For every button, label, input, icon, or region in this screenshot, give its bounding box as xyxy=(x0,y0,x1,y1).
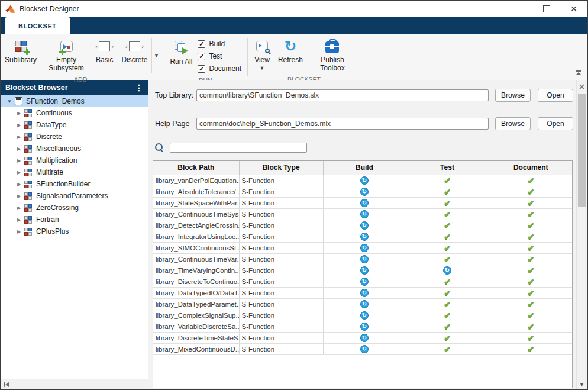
view-button[interactable]: View ▼ xyxy=(250,37,274,73)
block-path-cell: library_DiscreteTimeStateS... xyxy=(153,332,239,343)
pass-check-icon xyxy=(527,187,534,196)
table-row[interactable]: library_AbsoluteTolerance/...S-Function xyxy=(153,186,573,197)
document-status-cell xyxy=(489,332,573,343)
block-path-cell: library_ContinuousTimeSys... xyxy=(153,208,239,220)
scroll-down-icon[interactable] xyxy=(577,382,587,388)
caret-right-icon[interactable] xyxy=(15,205,23,211)
caret-right-icon[interactable] xyxy=(15,111,23,116)
build-status-cell xyxy=(323,253,406,265)
ribbon-tab-strip: BLOCKSET xyxy=(1,17,587,34)
tree-item-multiplication[interactable]: Multiplication xyxy=(1,154,148,166)
table-row[interactable]: library_MixedContinuousD...S-Function xyxy=(153,343,573,354)
tree-item-discrete[interactable]: Discrete xyxy=(1,131,148,143)
table-row[interactable]: library_DataTypedParamet...S-Function xyxy=(153,298,573,310)
discrete-block-button[interactable]: Discrete xyxy=(117,37,151,66)
help-page-input[interactable] xyxy=(196,118,489,130)
build-checkbox[interactable]: Build xyxy=(198,40,241,48)
tree-item-sfunctionbuilder[interactable]: SFunctionBuilder xyxy=(1,178,148,190)
library-icon xyxy=(15,97,22,105)
block-status-table: Block Path Block Type Build Test Documen… xyxy=(153,161,573,355)
help-page-open-button[interactable]: Open xyxy=(538,117,573,130)
caret-right-icon[interactable] xyxy=(15,158,23,163)
column-header-build[interactable]: Build xyxy=(323,161,406,175)
caret-right-icon[interactable] xyxy=(15,146,23,152)
tree-item-miscellaneous[interactable]: Miscellaneous xyxy=(1,143,148,154)
test-checkbox[interactable]: Test xyxy=(198,52,241,60)
add-gallery-dropdown[interactable]: ▼ xyxy=(151,38,160,73)
run-all-button[interactable]: Run All xyxy=(166,37,196,68)
block-path-cell: library_TimeVaryingContin... xyxy=(153,265,239,276)
document-checkbox[interactable]: Document xyxy=(198,65,241,73)
search-row xyxy=(155,142,573,153)
table-row[interactable]: library_ContinuousTimeSys...S-Function xyxy=(153,208,573,220)
top-library-input[interactable] xyxy=(196,89,489,101)
block-type-cell: S-Function xyxy=(239,343,323,354)
caret-right-icon[interactable] xyxy=(15,229,23,234)
tree-item-root[interactable]: SFunction_Demos xyxy=(1,95,148,107)
scroll-left-icon[interactable] xyxy=(4,382,9,387)
tree-item-cplusplus[interactable]: CPlusPlus xyxy=(1,225,148,237)
pass-check-icon xyxy=(527,299,534,309)
pass-check-icon xyxy=(444,232,451,241)
close-button[interactable] xyxy=(560,1,587,17)
panel-close-icon[interactable] xyxy=(577,82,587,92)
column-header-block-type[interactable]: Block Type xyxy=(239,161,323,175)
tab-blockset[interactable]: BLOCKSET xyxy=(5,17,70,34)
build-status-cell xyxy=(323,220,406,231)
caret-right-icon[interactable] xyxy=(15,123,23,128)
table-row[interactable]: library_StateSpaceWithPar...S-Function xyxy=(153,197,573,208)
maximize-button[interactable] xyxy=(533,1,560,17)
table-row[interactable]: library_vanDerPolEquation...S-Function xyxy=(153,175,573,186)
column-header-document[interactable]: Document xyxy=(489,161,573,175)
caret-down-icon[interactable] xyxy=(5,99,14,104)
sidebar-horizontal-scrollbar[interactable] xyxy=(1,379,148,389)
tree-item-multirate[interactable]: Multirate xyxy=(1,166,148,178)
build-status-cell xyxy=(323,265,406,276)
build-status-cell xyxy=(323,287,406,298)
search-input[interactable] xyxy=(170,143,307,153)
caret-right-icon[interactable] xyxy=(15,170,23,175)
scrollbar-thumb[interactable] xyxy=(578,94,586,207)
build-status-cell xyxy=(323,197,406,208)
table-row[interactable]: library_SIMOContinuousSt...S-Function xyxy=(153,242,573,253)
column-header-test[interactable]: Test xyxy=(406,161,489,175)
table-row[interactable]: library_ComplexSignalSup...S-Function xyxy=(153,310,573,321)
tree-item-continuous[interactable]: Continuous xyxy=(1,107,148,119)
table-row[interactable]: library_ContinuousTimeVar...S-Function xyxy=(153,253,573,265)
refresh-button[interactable]: ↻ Refresh xyxy=(274,37,307,66)
table-row[interactable]: library_DataTypedIO/DataT...S-Function xyxy=(153,287,573,298)
table-row[interactable]: library_DetectAngleCrossin...S-Function xyxy=(153,220,573,231)
document-status-cell xyxy=(489,186,573,197)
basic-block-button[interactable]: Basic xyxy=(92,37,117,66)
caret-right-icon[interactable] xyxy=(15,182,23,187)
top-library-browse-button[interactable]: Browse xyxy=(495,89,531,102)
help-page-browse-button[interactable]: Browse xyxy=(495,117,531,130)
block-type-cell: S-Function xyxy=(239,197,323,208)
column-header-block-path[interactable]: Block Path xyxy=(153,161,239,175)
table-row[interactable]: library_TimeVaryingContin...S-Function xyxy=(153,265,573,276)
run-checkboxes: Build Test Document xyxy=(196,37,245,76)
sublibrary-button[interactable]: Sublibrary xyxy=(1,37,41,66)
tree-item-datatype[interactable]: DataType xyxy=(1,119,148,131)
table-row[interactable]: library_DiscreteTimeStateS...S-Function xyxy=(153,332,573,343)
empty-subsystem-button[interactable]: Empty Subsystem xyxy=(41,37,92,75)
pass-check-icon xyxy=(444,187,451,196)
top-library-open-button[interactable]: Open xyxy=(538,89,573,102)
table-row[interactable]: library_DiscreteToContinuo...S-Function xyxy=(153,276,573,287)
search-icon xyxy=(155,143,164,152)
tree-item-signalsandparameters[interactable]: SignalsandParameters xyxy=(1,190,148,202)
block-type-cell: S-Function xyxy=(239,265,323,276)
collapse-ribbon-icon[interactable] xyxy=(575,70,582,75)
caret-right-icon[interactable] xyxy=(15,134,23,140)
vertical-scrollbar[interactable] xyxy=(576,80,586,389)
document-status-cell xyxy=(489,310,573,321)
table-row[interactable]: library_VariableDiscreteSa...S-Function xyxy=(153,321,573,332)
caret-right-icon[interactable] xyxy=(15,217,23,223)
tree-item-zerocrossing[interactable]: ZeroCrossing xyxy=(1,202,148,214)
caret-right-icon[interactable] xyxy=(15,194,23,199)
publish-toolbox-button[interactable]: Publish Toolbox xyxy=(307,37,358,75)
tree-item-fortran[interactable]: Fortran xyxy=(1,214,148,225)
minimize-button[interactable] xyxy=(506,1,533,17)
block-type-cell: S-Function xyxy=(239,287,323,298)
table-row[interactable]: library_IntegratorUsingLoc...S-Function xyxy=(153,231,573,242)
